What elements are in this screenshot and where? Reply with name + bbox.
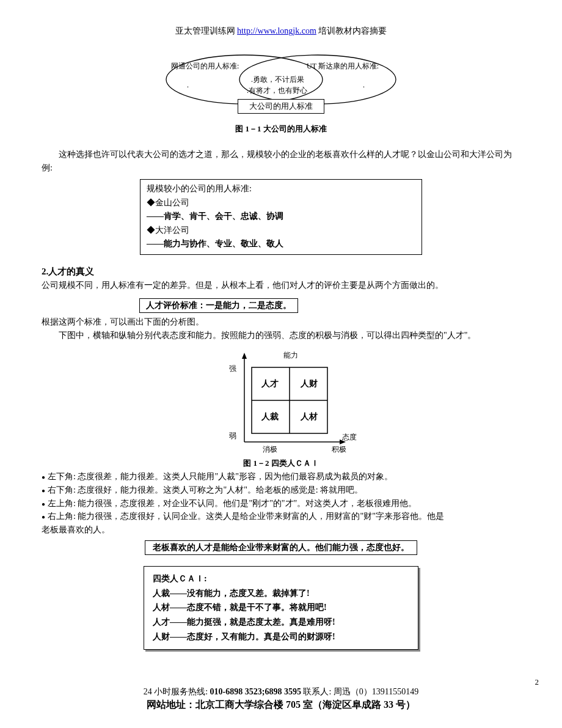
quadrant-q1: 人才 [261, 378, 279, 389]
venn-box-label: 大公司的用人标准 [238, 99, 324, 114]
bullet-list: 左下角: 态度很差，能力很差。这类人只能用"人裁"形容，因为他们最容易成为裁员的… [42, 470, 520, 536]
highlight-box: 老板喜欢的人才是能给企业带来财富的人。他们能力强，态度也好。 [145, 540, 417, 555]
page: 亚太管理训练网 http://www.longjk.com 培训教材内容摘要 网… [0, 0, 562, 728]
y-high-label: 强 [229, 364, 236, 374]
address-line: 网站地址：北京工商大学综合楼 705 室（海淀区阜成路 33 号） [42, 699, 520, 711]
svg-marker-3 [242, 353, 247, 359]
shadow-l4: 人财——态度好，又有能力。真是公司的财源呀! [153, 630, 409, 644]
venn-diagram: 网通公司的用人标准: UT 斯达康的用人标准: .勇敢，不计后果 .有将才，也有… [153, 53, 409, 120]
paragraph-2: 公司规模不同，用人标准有一定的差异。但是，从根本上看，他们对人才的评价主要是从两… [42, 279, 520, 292]
page-header: 亚太管理训练网 http://www.longjk.com 培训教材内容摘要 [42, 26, 520, 37]
paragraph-4: 下图中，横轴和纵轴分别代表态度和能力。按照能力的强弱、态度的积极与消极，可以得出… [42, 329, 520, 342]
header-prefix: 亚太管理训练网 [175, 26, 235, 35]
small-box-l4: ——能力与协作、专业、敬业、敬人 [147, 237, 415, 251]
dot-icon: . [363, 81, 365, 90]
x-axis-label: 态度 [342, 432, 357, 443]
shadow-title: 四类人ＣＡＩ: [153, 572, 409, 586]
small-box-l2: ——肯学、肯干、会干、忠诚、协调 [147, 210, 415, 223]
hotline-line: 24 小时服务热线: 010-6898 3523;6898 3595 联系人: … [42, 686, 520, 697]
header-suffix: 培训教材内容摘要 [318, 26, 387, 35]
small-company-standards-box: 规模较小的公司的用人标准: ◆金山公司 ——肯学、肯干、会干、忠诚、协调 ◆大洋… [140, 179, 422, 255]
quadrant-q4: 人材 [301, 411, 318, 422]
venn-mid-line2: .有将才，也有野心 [247, 86, 307, 96]
phone-numbers: 010-6898 3523;6898 3595 [210, 687, 301, 696]
paragraph-3: 根据这两个标准，可以画出下面的分析图。 [42, 315, 520, 329]
bullet-4a: 右上角: 能力很强，态度很好，认同企业。这类人是给企业带来财富的人，用财富的"财… [42, 510, 520, 523]
shadow-l1: 人裁——没有能力，态度又差。裁掉算了! [153, 586, 409, 601]
small-box-title: 规模较小的公司的用人标准: [147, 182, 415, 196]
dot-icon: . [187, 81, 189, 90]
bullet-2: 右下角: 态度很好，能力很差。这类人可称之为"人材"。给老板的感觉是: 将就用吧… [42, 483, 520, 497]
venn-mid-line1: .勇敢，不计后果 [251, 75, 304, 85]
section2-heading: 2.人才的真义 [42, 266, 520, 278]
x-left-label: 消极 [263, 444, 277, 455]
bullet-4b: 老板最喜欢的人。 [42, 523, 520, 537]
small-box-l1: ◆金山公司 [147, 196, 415, 210]
shadow-l3: 人才——能力挺强，就是态度太差。真是难用呀! [153, 615, 409, 630]
quadrant-svg [202, 350, 360, 454]
four-cai-box: 四类人ＣＡＩ: 人裁——没有能力，态度又差。裁掉算了! 人材——态度不错，就是干… [144, 566, 418, 650]
y-low-label: 弱 [229, 431, 236, 441]
x-right-label: 积极 [332, 444, 346, 455]
header-link[interactable]: http://www.longjk.com [237, 26, 316, 35]
page-footer: 24 小时服务热线: 010-6898 3523;6898 3595 联系人: … [42, 686, 520, 711]
contact-label: 联系人: [303, 687, 331, 696]
quadrant-q3: 人裁 [261, 411, 279, 422]
venn-left-title: 网通公司的用人标准: [171, 61, 239, 72]
paragraph-1: 这种选择也许可以代表大公司的选才之道，那么，规模较小的企业的老板喜欢什么样的人才… [42, 148, 520, 174]
quadrant-chart: 能力 强 弱 消极 积极 态度 人才 人财 人裁 人材 [171, 350, 391, 454]
contact-person: 周迅（0）13911550149 [334, 687, 418, 696]
bullet-3: 左上角: 能力很强，态度很差，对企业不认同。他们是"刚才"的"才"。对这类人才，… [42, 497, 520, 510]
quadrant-q2: 人财 [301, 378, 318, 389]
criteria-box: 人才评价标准：一是能力，二是态度。 [139, 298, 298, 313]
y-axis-label: 能力 [283, 350, 298, 361]
small-box-l3: ◆大洋公司 [147, 224, 415, 237]
figure1-caption: 图 1－1 大公司的用人标准 [42, 123, 520, 134]
shadow-l2: 人材——态度不错，就是干不了事。将就用吧! [153, 600, 409, 615]
figure2-caption: 图 1－2 四类人ＣＡＩ [42, 458, 520, 469]
page-number: 2 [535, 677, 539, 687]
venn-right-title: UT 斯达康的用人标准: [307, 61, 379, 72]
hotline-label: 24 小时服务热线: [144, 687, 208, 696]
bullet-1: 左下角: 态度很差，能力很差。这类人只能用"人裁"形容，因为他们最容易成为裁员的… [42, 470, 520, 483]
